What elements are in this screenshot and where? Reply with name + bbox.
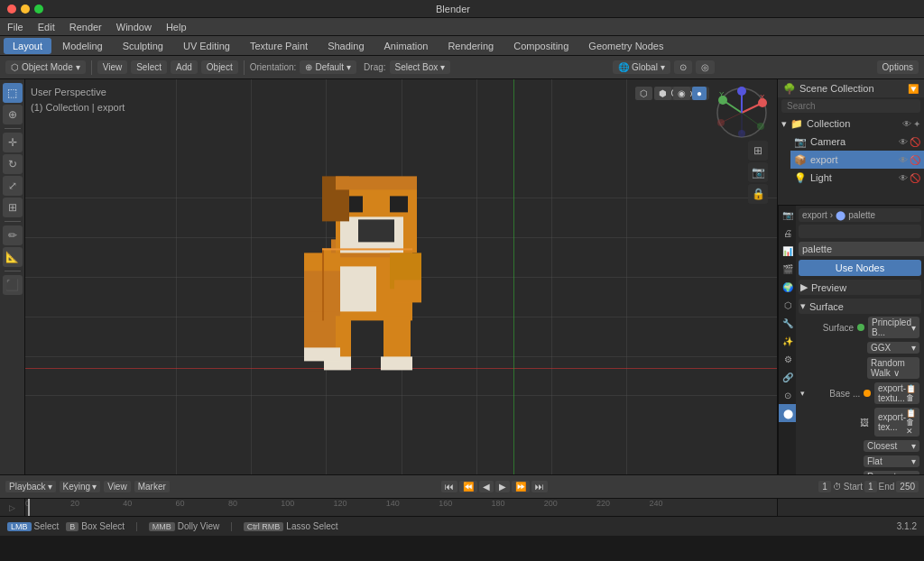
tab-uv-editing[interactable]: UV Editing <box>174 38 239 54</box>
distribution-dropdown[interactable]: GGX ▾ <box>867 342 919 354</box>
zoom-to-fit-btn[interactable]: ⊞ <box>748 141 768 161</box>
tab-modeling[interactable]: Modeling <box>53 38 112 54</box>
global-selector[interactable]: 🌐 Global ▾ <box>613 60 670 74</box>
tab-texture-paint[interactable]: Texture Paint <box>241 38 317 54</box>
outliner-filter[interactable]: 🔽 <box>908 84 919 94</box>
move-tool[interactable]: ✛ <box>3 133 23 152</box>
menu-help[interactable]: Help <box>159 18 194 35</box>
scale-tool[interactable]: ⤢ <box>3 176 23 196</box>
drag-selector[interactable]: Select Box ▾ <box>390 60 451 74</box>
minimize-button[interactable] <box>21 5 30 14</box>
prop-tab-output[interactable]: 🖨 <box>779 224 797 242</box>
jump-start-btn[interactable]: ⏮ <box>441 481 457 492</box>
base-color-dropdown[interactable]: export-textu... 📋🗑 <box>874 382 919 404</box>
outliner-item-light[interactable]: 💡 Light 👁 🚫 <box>790 169 924 187</box>
surface-shader-dropdown[interactable]: Principled B... ▾ <box>868 317 919 338</box>
prev-keyframe-btn[interactable]: ⏪ <box>459 481 477 492</box>
proportional-button[interactable]: ◎ <box>696 60 715 74</box>
outliner-item-camera[interactable]: 📷 Camera 👁 🚫 <box>790 133 924 151</box>
viewport-shading-render[interactable]: ● <box>692 87 707 100</box>
tab-geometry-nodes[interactable]: Geometry Nodes <box>579 38 672 54</box>
prop-tab-view-layer[interactable]: 📊 <box>779 242 797 260</box>
camera-eye[interactable]: 👁 <box>899 137 908 147</box>
tab-layout-active[interactable]: Layout <box>4 38 51 54</box>
close-button[interactable] <box>7 5 16 14</box>
prop-tab-constraints[interactable]: 🔗 <box>779 368 797 386</box>
outliner-item-collection[interactable]: ▾ 📁 Collection 👁 ✦ <box>778 115 924 133</box>
camera-view-btn[interactable]: 📷 <box>748 162 768 182</box>
scrubber-track[interactable]: 0 20 40 60 80 100 120 140 160 180 200 22… <box>25 499 777 516</box>
tab-sculpting[interactable]: Sculpting <box>114 38 172 54</box>
viewport-shading-wire[interactable]: ⬡ <box>635 87 652 100</box>
light-restrict[interactable]: 🚫 <box>910 173 920 183</box>
cursor-tool[interactable]: ⊕ <box>3 105 23 124</box>
outliner-search[interactable] <box>781 99 920 113</box>
projection-dropdown[interactable]: Closest ▾ <box>864 440 919 452</box>
select-tool[interactable]: ⬚ <box>3 83 23 103</box>
tab-shading[interactable]: Shading <box>319 38 373 54</box>
marker-menu[interactable]: Marker <box>134 481 170 492</box>
prop-tab-modifier[interactable]: 🔧 <box>779 314 797 332</box>
scrubber[interactable]: ▷ 0 20 40 60 80 100 120 140 160 180 200 … <box>0 498 924 516</box>
view-timeline-menu[interactable]: View <box>104 481 131 492</box>
end-frame-input[interactable]: 250 <box>896 481 919 492</box>
prop-search-input[interactable] <box>799 225 921 238</box>
prop-tab-physics[interactable]: ⚙ <box>779 350 797 368</box>
material-name-input[interactable] <box>799 242 924 256</box>
navigation-widget[interactable]: X Y Z <box>716 87 770 141</box>
extension-dropdown[interactable]: Repeat ▾ <box>864 471 919 474</box>
preview-header[interactable]: ▶ Preview <box>799 280 921 295</box>
surface-header[interactable]: ▾ Surface <box>799 299 921 314</box>
snap-button[interactable]: ⊙ <box>674 60 692 74</box>
menu-edit[interactable]: Edit <box>31 18 62 35</box>
export-restrict[interactable]: 🚫 <box>910 155 920 165</box>
prop-tab-render[interactable]: 📷 <box>779 206 797 224</box>
transform-tool[interactable]: ⊞ <box>3 198 23 217</box>
playback-menu[interactable]: Playback ▾ <box>5 481 56 492</box>
menu-file[interactable]: File <box>0 18 31 35</box>
tab-compositing[interactable]: Compositing <box>504 38 578 54</box>
outliner-item-export[interactable]: 📦 export 👁 🚫 <box>790 151 924 169</box>
play-reverse-btn[interactable]: ◀ <box>479 481 494 492</box>
interpolation-dropdown[interactable]: Flat ▾ <box>864 455 919 467</box>
measure-tool[interactable]: 📐 <box>3 247 23 267</box>
view-menu[interactable]: View <box>97 60 128 74</box>
add-menu[interactable]: Add <box>171 60 198 74</box>
lock-view-btn[interactable]: 🔒 <box>748 184 768 204</box>
nav-gizmo[interactable]: X Y Z <box>716 87 768 139</box>
subsurface-dropdown[interactable]: Random Walk ∨ <box>867 357 919 379</box>
camera-restrict[interactable]: 🚫 <box>910 137 920 147</box>
collection-eye[interactable]: 👁 <box>902 119 911 129</box>
use-nodes-button[interactable]: Use Nodes <box>799 260 921 276</box>
viewport[interactable]: User Perspective (1) Collection | export <box>25 79 777 474</box>
export-eye[interactable]: 👁 <box>899 155 908 165</box>
tab-rendering[interactable]: Rendering <box>439 38 503 54</box>
orientation-selector[interactable]: ⊕ Default ▾ <box>300 60 356 74</box>
maximize-button[interactable] <box>34 5 43 14</box>
options-button[interactable]: Options <box>877 60 919 74</box>
play-btn[interactable]: ▶ <box>495 481 510 492</box>
export-tex-dropdown[interactable]: export-tex... 📋🗑✕ <box>874 408 919 437</box>
jump-end-btn[interactable]: ⏭ <box>531 481 548 492</box>
viewport-shading-material[interactable]: ◉ <box>673 87 690 100</box>
prop-tab-object[interactable]: ⬡ <box>779 296 797 314</box>
start-frame-input[interactable]: 1 <box>864 481 877 492</box>
keying-menu[interactable]: Keying ▾ <box>60 481 101 492</box>
prop-tab-material[interactable]: ⬤ <box>779 404 797 422</box>
mode-selector[interactable]: ⬡ Object Mode ▾ <box>5 60 86 74</box>
menu-render[interactable]: Render <box>62 18 109 35</box>
prop-tab-object-data[interactable]: ⊙ <box>779 386 797 404</box>
select-menu[interactable]: Select <box>131 60 167 74</box>
rotate-tool[interactable]: ↻ <box>3 154 23 174</box>
annotate-tool[interactable]: ✏ <box>3 225 23 245</box>
menu-window[interactable]: Window <box>109 18 159 35</box>
next-keyframe-btn[interactable]: ⏩ <box>512 481 530 492</box>
collection-hide[interactable]: ✦ <box>913 119 920 129</box>
tab-animation[interactable]: Animation <box>375 38 438 54</box>
prop-tab-particles[interactable]: ✨ <box>779 332 797 350</box>
object-menu[interactable]: Object <box>201 60 238 74</box>
add-cube-tool[interactable]: ⬛ <box>3 275 23 295</box>
current-frame-input[interactable]: 1 <box>818 481 831 492</box>
prop-tab-scene[interactable]: 🎬 <box>779 260 797 278</box>
prop-tab-world[interactable]: 🌍 <box>779 278 797 296</box>
